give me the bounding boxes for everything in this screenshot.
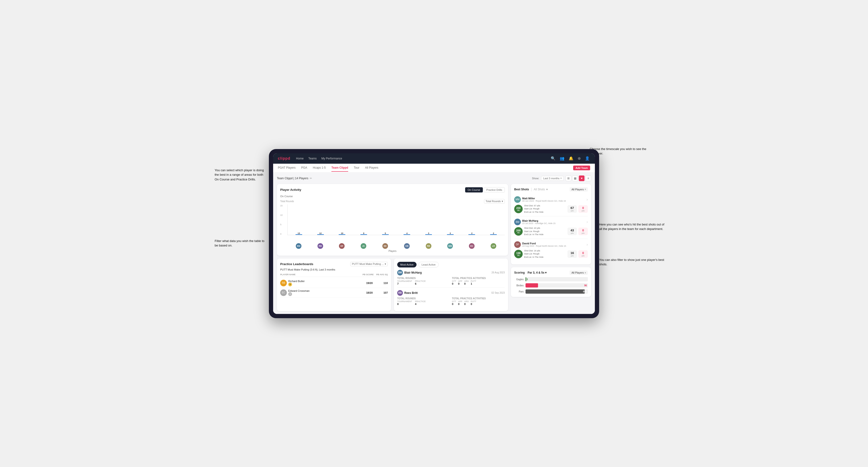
shot-entry-matt[interactable]: MM Matt Miller 09 Jun 2023 · Royal North… (514, 194, 588, 217)
sub-nav-team-clippd[interactable]: Team Clippd (331, 164, 348, 172)
edit-team-icon[interactable]: ✏ (310, 177, 312, 180)
leaderboard-title: Practice Leaderboards (280, 262, 313, 266)
col-avg-label: PB AVG SQ (374, 273, 388, 276)
add-team-button[interactable]: Add Team (573, 165, 590, 170)
all-players-dropdown[interactable]: All Players ▾ (569, 187, 588, 191)
avatar-rbutler: RB (426, 243, 431, 249)
sub-nav-pga[interactable]: PGA (301, 164, 307, 172)
scoring-players-arrow: ▾ (585, 272, 586, 274)
metric-zero-blair: 0 yds (578, 228, 588, 235)
player-activity-header: Player Activity On Course Practice Drill… (280, 187, 505, 192)
shot-score-david: 198 SG (514, 250, 523, 258)
tab-most-active[interactable]: Most Active (397, 262, 416, 268)
shot-player-thumb-matt: MM (514, 196, 521, 203)
chart-filter-arrow: ▾ (502, 200, 503, 203)
shot-player-details-matt: Matt Miller 09 Jun 2023 · Royal North De… (522, 197, 566, 202)
eagles-bar: 3 (526, 277, 588, 281)
tab-least-active[interactable]: Least Active (418, 262, 438, 268)
show-label: Show: (532, 177, 539, 180)
all-players-label: All Players (571, 188, 584, 191)
main-grid: Player Activity On Course Practice Drill… (277, 184, 591, 311)
leaderboard-row-1[interactable]: RB Richard Butler 1 19/20 110 (280, 278, 388, 288)
all-shots-tab[interactable]: All Shots (534, 188, 545, 191)
users-nav-button[interactable]: 👥 (559, 156, 565, 161)
avatar-obillingham: OB (404, 243, 410, 249)
active-avatar-rees: RB (397, 290, 403, 296)
best-shots-header: Best Shots | All Shots ▾ All Players ▾ (514, 187, 588, 191)
bar-group-ecrossman: 2 (462, 232, 483, 235)
player-activity-title: Player Activity (280, 188, 301, 191)
shots-tabs: Best Shots | All Shots ▾ (514, 187, 548, 191)
x-axis-label: Players (280, 250, 505, 252)
scoring-row-birdies: Birdies 96 (514, 283, 588, 287)
sub-nav-pgat[interactable]: PGAT Players (278, 164, 296, 172)
active-player-name-blair: BM Blair McHarg (397, 270, 422, 276)
practice-drills-toggle[interactable]: Practice Drills (484, 187, 505, 192)
annotation-left-bottom: Filter what data you wish the table to b… (215, 239, 267, 248)
nav-icons: 🔍 👥 🔔 ⊕ 👤 (550, 156, 590, 161)
user-profile-button[interactable]: 👤 (585, 156, 590, 161)
best-shots-tab[interactable]: Best Shots (514, 188, 529, 191)
heart-view-button[interactable]: ♥ (579, 176, 585, 181)
sub-nav-hcaps[interactable]: Hcaps 1-5 (313, 164, 326, 172)
birdies-label: Birdies (514, 284, 524, 287)
shot-entry-blair[interactable]: BM Blair McHarg 23 Jul 2023 · Ashridge G… (514, 216, 588, 239)
shot-player-info-matt: MM Matt Miller 09 Jun 2023 · Royal North… (514, 196, 566, 203)
nav-item-teams[interactable]: Teams (308, 156, 316, 161)
leaderboard-drill: PUTT Must Make Putting (3-6 ft), Last 3 … (280, 268, 388, 271)
active-player-name-rees: RB Rees Britt (397, 290, 418, 296)
search-nav-button[interactable]: 🔍 (550, 156, 556, 161)
leaderboard-row-2[interactable]: EC Edward Crossman 2 18/20 107 (280, 288, 388, 298)
shot-player-thumb-david: DF (514, 241, 521, 248)
nav-item-performance[interactable]: My Performance (321, 156, 342, 161)
shot-player-row-david: DF David Ford 24 Aug 2023 · Royal North … (514, 241, 588, 248)
shot-player-info-blair: BM Blair McHarg 23 Jul 2023 · Ashridge G… (514, 219, 555, 225)
view-icons: ⊞ ▦ ♥ ≡ (566, 176, 591, 181)
sub-nav-all-players[interactable]: All Players (365, 164, 378, 172)
tablet-screen: clippd Home Teams My Performance 🔍 👥 🔔 ⊕… (273, 153, 595, 314)
show-controls: Show: Last 3 months ▾ ⊞ ▦ ♥ ≡ (532, 176, 591, 181)
top-nav: clippd Home Teams My Performance 🔍 👥 🔔 ⊕… (273, 153, 595, 164)
plus-circle-nav-button[interactable]: ⊕ (577, 156, 581, 161)
shot-entry-david[interactable]: DF David Ford 24 Aug 2023 · Royal North … (514, 239, 588, 261)
drill-dropdown[interactable]: PUTT Must Make Putting ... ▾ (350, 262, 388, 266)
total-rounds-blair: Total Rounds Tournament 7 (397, 277, 450, 285)
scoring-row-pars: Pars 499 (514, 289, 588, 294)
shot-player-details-david: David Ford 24 Aug 2023 · Royal North Dev… (522, 242, 566, 247)
scoring-players-dropdown[interactable]: All Players ▾ (569, 271, 588, 275)
shot-player-thumb-blair: BM (514, 219, 521, 225)
tile-view-button[interactable]: ▦ (572, 176, 578, 181)
chart-filter-dropdown[interactable]: Total Rounds ▾ (484, 199, 505, 204)
bell-nav-button[interactable]: 🔔 (568, 156, 574, 161)
active-avatar-blair: BM (397, 270, 403, 276)
active-player-header-blair: BM Blair McHarg 26 Aug 2023 (397, 270, 505, 276)
nav-item-home[interactable]: Home (296, 156, 304, 161)
bottom-left-grid: Practice Leaderboards PUTT Must Make Put… (277, 258, 508, 311)
avatar-mmiller: MM (447, 243, 453, 249)
content-area: Team Clippd | 14 Players ✏ Show: Last 3 … (273, 173, 595, 314)
metric-dist-blair: 43 yds (567, 228, 577, 235)
scoring-label: Scoring (514, 271, 525, 274)
timescale-dropdown[interactable]: Last 3 months ▾ (541, 176, 564, 181)
shot-chevron-matt: › (587, 197, 588, 201)
team-title: Team Clippd | 14 Players ✏ (277, 177, 312, 180)
shot-details-matt: 200 SG Shot Dist: 67 yds Start Lie: Roug… (514, 204, 588, 214)
sub-nav-tour[interactable]: Tour (354, 164, 359, 172)
list-view-button[interactable]: ≡ (585, 176, 591, 181)
y-label-10: 10 (280, 214, 283, 216)
player-name-rank-edward: Edward Crossman 2 (288, 289, 309, 296)
activity-toggle-group: On Course Practice Drills (465, 187, 505, 192)
annotation-left-top: You can select which player is doing the… (215, 168, 267, 182)
timescale-dropdown-arrow: ▾ (560, 177, 562, 180)
shot-player-name-blair: Blair McHarg (522, 219, 555, 222)
on-course-toggle[interactable]: On Course (465, 187, 483, 192)
avg-edward: 107 (374, 291, 388, 294)
shot-player-meta-matt: 09 Jun 2023 · Royal North Devon GC, Hole… (522, 200, 566, 202)
bar-group-dford: 10 (332, 232, 352, 235)
y-axis-title: Total Rounds (280, 200, 294, 203)
player-thumb-edward: EC (280, 289, 287, 296)
leaderboard-table-header: PLAYER NAME PB SCORE PB AVG SQ (280, 272, 388, 277)
eagles-value: 3 (526, 278, 528, 281)
most-active-card: Most Active Least Active BM Blair McHarg (394, 258, 508, 311)
grid-view-button[interactable]: ⊞ (566, 176, 571, 181)
